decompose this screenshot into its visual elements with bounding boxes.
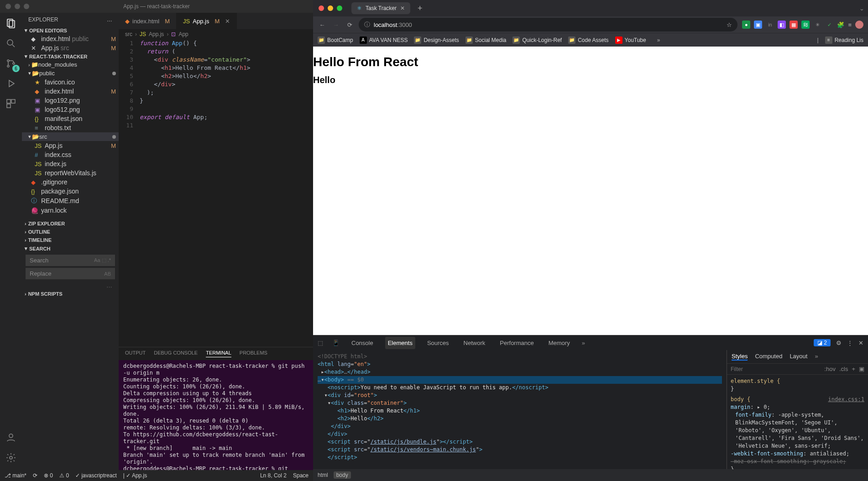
outline-section[interactable]: ›OUTLINE xyxy=(22,228,119,236)
tree-file[interactable]: ★favicon.ico xyxy=(22,78,119,87)
tab-index-html[interactable]: ◆index.htmlM xyxy=(119,13,177,29)
settings-icon[interactable] xyxy=(5,452,17,464)
window-close-icon[interactable] xyxy=(5,4,11,9)
tree-file[interactable]: #index.css xyxy=(22,150,119,159)
url-bar[interactable]: ⓘ localhost:3000 ☆ xyxy=(359,18,737,31)
site-info-icon[interactable]: ⓘ xyxy=(364,21,370,29)
tree-file[interactable]: {}package.json xyxy=(22,187,119,196)
ext-icon[interactable]: ◧ xyxy=(778,21,786,29)
reload-button[interactable]: ⟳ xyxy=(345,21,354,28)
sync-icon[interactable]: ⟳ xyxy=(33,472,37,479)
crumb-html[interactable]: html xyxy=(318,472,328,478)
warnings-count[interactable]: ⚠ 0 xyxy=(59,472,69,479)
bookmark-overflow-icon[interactable]: » xyxy=(657,37,660,43)
add-rule-icon[interactable]: + xyxy=(852,366,855,372)
project-section[interactable]: ▾REACT-TASK-TRACKER xyxy=(22,52,119,60)
inspect-icon[interactable]: ⬚ xyxy=(318,340,323,346)
branch-indicator[interactable]: ⎇ main* xyxy=(5,472,26,479)
tab-console[interactable]: Console xyxy=(349,337,376,349)
window-minimize-icon[interactable] xyxy=(328,5,333,11)
tab-overflow-icon[interactable]: ⌄ xyxy=(859,5,864,12)
cls-toggle[interactable]: .cls xyxy=(839,366,848,372)
ext-icon[interactable]: ▣ xyxy=(754,21,762,29)
errors-count[interactable]: ⊗ 0 xyxy=(44,472,53,479)
spaces-indicator[interactable]: Space xyxy=(293,472,309,479)
explorer-icon[interactable] xyxy=(5,17,17,29)
bookmark-item[interactable]: ▶YouTube xyxy=(615,37,646,44)
ext-icon[interactable]: ● xyxy=(742,21,750,29)
extensions-icon[interactable]: 🧩 xyxy=(837,21,844,28)
window-maximize-icon[interactable] xyxy=(337,5,342,11)
new-tab-button[interactable]: + xyxy=(414,4,426,13)
search-section[interactable]: ▾SEARCH xyxy=(22,244,119,253)
tab-terminal[interactable]: TERMINAL xyxy=(206,350,231,357)
ext-icon[interactable]: ₪ xyxy=(801,21,810,29)
tab-problems[interactable]: PROBLEMS xyxy=(240,350,267,357)
tree-file[interactable]: JSindex.js xyxy=(22,159,119,168)
issues-badge[interactable]: ◪ 2 xyxy=(814,339,831,346)
back-button[interactable]: ← xyxy=(318,21,327,28)
tab-output[interactable]: OUTPUT xyxy=(125,350,146,357)
editor-item-index[interactable]: ◆index.html publicM xyxy=(22,34,119,43)
tree-file[interactable]: ▣logo192.png xyxy=(22,96,119,105)
tab-network[interactable]: Network xyxy=(461,337,488,349)
ext-icon[interactable]: ✳ xyxy=(813,21,821,29)
star-icon[interactable]: ☆ xyxy=(727,21,732,28)
tab-layout[interactable]: Layout xyxy=(790,353,807,361)
tab-list-icon[interactable]: ≡ xyxy=(848,21,852,28)
tab-elements[interactable]: Elements xyxy=(385,337,415,349)
close-icon[interactable]: ✕ xyxy=(400,5,405,11)
account-icon[interactable] xyxy=(5,432,17,444)
tree-node-modules[interactable]: ›📁node_modules xyxy=(22,60,119,69)
tree-file[interactable]: JSApp.jsM xyxy=(22,141,119,150)
replace-input[interactable]: ReplaceAB xyxy=(26,268,115,279)
window-minimize-icon[interactable] xyxy=(15,4,20,9)
bookmark-item[interactable]: 📁BootCamp xyxy=(318,37,353,44)
code-editor[interactable]: function App() { return ( <div className… xyxy=(140,39,313,347)
styles-body[interactable]: element.style { } body {index.css:1 marg… xyxy=(727,375,868,469)
source-control-icon[interactable]: 6 xyxy=(5,58,17,69)
elements-panel[interactable]: <!DOCTYPE html> <html lang="en"> ▸<head>… xyxy=(313,350,727,469)
bookmark-item[interactable]: 📁Social Media xyxy=(465,37,507,44)
timeline-section[interactable]: ›TIMELINE xyxy=(22,236,119,244)
tree-file[interactable]: ▣logo512.png xyxy=(22,105,119,114)
source-link[interactable]: index.css:1 xyxy=(828,396,864,403)
tab-computed[interactable]: Computed xyxy=(755,353,782,361)
close-icon[interactable]: ✕ xyxy=(31,45,39,52)
tree-file[interactable]: 🧶yarn.lock xyxy=(22,206,119,215)
bookmark-item[interactable]: 📁Design-Assets xyxy=(414,37,459,44)
reading-list[interactable]: ≡Reading Lis xyxy=(825,37,863,44)
styles-overflow-icon[interactable]: » xyxy=(815,353,818,361)
bookmark-item[interactable]: AAVA VAN NESS xyxy=(360,37,408,44)
tab-styles[interactable]: Styles xyxy=(732,353,748,361)
tab-debug-console[interactable]: DEBUG CONSOLE xyxy=(154,350,198,357)
window-close-icon[interactable] xyxy=(319,5,324,11)
hov-toggle[interactable]: :hov xyxy=(824,366,836,372)
browser-tab[interactable]: ⚛ Task Tracker ✕ xyxy=(351,2,410,14)
cursor-position[interactable]: Ln 8, Col 2 xyxy=(260,472,287,479)
gear-icon[interactable]: ⚙ xyxy=(836,340,842,346)
ext-icon[interactable]: ✓ xyxy=(825,21,833,29)
sidebar-more-icon[interactable]: … xyxy=(107,16,112,23)
zip-explorer-section[interactable]: ›ZIP EXPLORER xyxy=(22,220,119,228)
tree-file[interactable]: ◆.gitignore xyxy=(22,178,119,187)
search-input[interactable]: SearchAa ⬚ .* xyxy=(26,255,115,266)
tree-file[interactable]: JSreportWebVitals.js xyxy=(22,168,119,178)
editor-item-app[interactable]: ✕App.js srcM xyxy=(22,43,119,52)
extensions-icon[interactable] xyxy=(5,98,17,110)
tab-performance[interactable]: Performance xyxy=(497,337,536,349)
bookmark-item[interactable]: 📁Quick-Login-Ref xyxy=(512,37,562,44)
tree-file[interactable]: {}manifest.json xyxy=(22,114,119,123)
language-mode[interactable]: ✓ javascriptreact xyxy=(75,472,117,479)
open-editors-section[interactable]: ▾OPEN EDITORS xyxy=(22,26,119,34)
window-maximize-icon[interactable] xyxy=(24,4,29,9)
tree-public[interactable]: ▾📂public xyxy=(22,69,119,78)
debug-icon[interactable] xyxy=(5,78,17,89)
close-icon[interactable]: ✕ xyxy=(225,18,230,25)
search-icon[interactable] xyxy=(5,37,17,49)
npm-scripts-section[interactable]: ›NPM SCRIPTS xyxy=(22,290,119,298)
forward-button[interactable]: → xyxy=(331,21,340,28)
tab-app-js[interactable]: JSApp.jsM✕ xyxy=(177,13,237,29)
ext-icon[interactable]: in xyxy=(766,21,774,29)
more-icon[interactable]: ⋮ xyxy=(847,340,853,346)
